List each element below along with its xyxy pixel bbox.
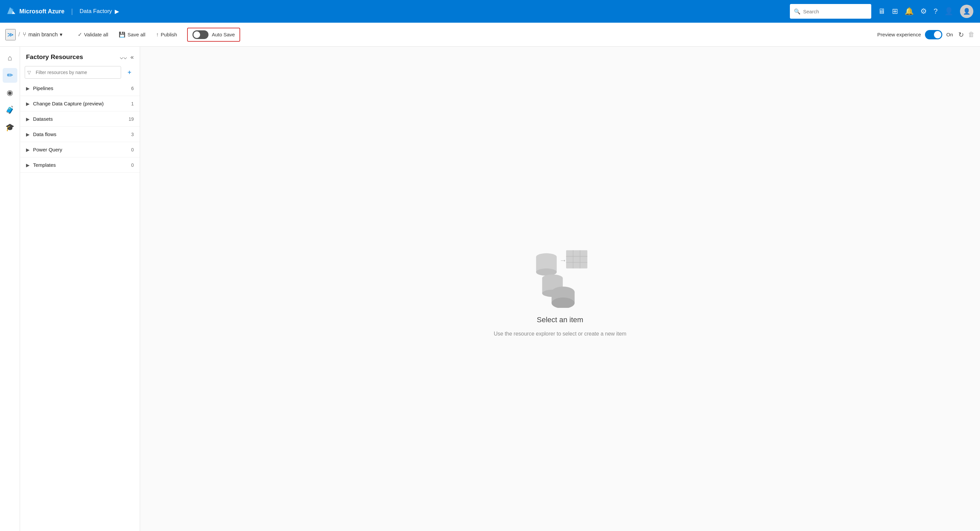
resource-item-left: ▶ Templates (26, 162, 56, 168)
autosave-toggle[interactable] (192, 30, 208, 39)
validate-all-button[interactable]: ✓ Validate all (73, 29, 113, 40)
resource-count: 6 (131, 86, 134, 91)
main-content: → (140, 47, 980, 531)
resource-count: 0 (131, 147, 134, 153)
list-item[interactable]: ▶ Templates 0 (20, 157, 140, 173)
preview-on-label: On (946, 32, 953, 37)
chevron-right-icon: ▶ (26, 101, 30, 107)
brand-secondary: Data Factory ▶ (80, 8, 119, 15)
resources-panel: Factory Resources ⌵⌵ « ▽ + ▶ Pipelines 6 (20, 47, 140, 531)
resource-name: Data flows (33, 131, 56, 137)
empty-state: → (494, 241, 627, 337)
list-item[interactable]: ▶ Power Query 0 (20, 142, 140, 157)
learn-icon: 🎓 (5, 123, 14, 132)
validate-all-label: Validate all (84, 32, 108, 37)
home-icon: ⌂ (8, 54, 12, 62)
brand-logo: Microsoft Azure (7, 7, 64, 16)
resource-name: Datasets (33, 116, 53, 122)
publish-icon: ↑ (156, 32, 159, 38)
filter-input[interactable] (25, 66, 121, 79)
brand-primary-text: Microsoft Azure (19, 8, 64, 15)
autosave-slider (192, 30, 208, 39)
data-illustration-svg: → (520, 241, 600, 308)
resource-count: 1 (131, 101, 134, 107)
resource-item-left: ▶ Pipelines (26, 85, 53, 91)
resource-item-left: ▶ Datasets (26, 116, 53, 122)
resource-count: 19 (129, 116, 134, 122)
resource-item-left: ▶ Change Data Capture (preview) (26, 101, 104, 107)
resource-list: ▶ Pipelines 6 ▶ Change Data Capture (pre… (20, 81, 140, 531)
svg-rect-6 (566, 250, 587, 269)
list-item[interactable]: ▶ Data flows 3 (20, 127, 140, 142)
chevron-right-icon: ▶ (26, 116, 30, 122)
list-item[interactable]: ▶ Change Data Capture (preview) 1 (20, 96, 140, 111)
manage-icon: 🧳 (5, 106, 14, 114)
resources-header-icons: ⌵⌵ « (120, 53, 134, 61)
empty-state-illustration: → (520, 241, 600, 309)
search-icon: 🔍 (794, 8, 800, 15)
brand-separator: | (71, 8, 73, 15)
branch-chevron-icon: ▾ (60, 31, 62, 38)
resource-name: Power Query (33, 147, 62, 153)
resource-item-left: ▶ Power Query (26, 147, 62, 153)
preview-toggle[interactable] (925, 30, 942, 39)
list-item[interactable]: ▶ Datasets 19 (20, 111, 140, 127)
azure-logo-icon (7, 7, 16, 16)
collapse-nav-button[interactable]: ≫ (5, 29, 16, 40)
sidebar-item-home[interactable]: ⌂ (3, 51, 18, 65)
resource-item-left: ▶ Data flows (26, 131, 56, 137)
preview-experience: Preview experience On ↻ 🗑 (877, 30, 975, 39)
empty-state-title: Select an item (537, 316, 583, 324)
filter-row: ▽ + (20, 64, 140, 81)
sidebar-item-manage[interactable]: 🧳 (3, 103, 18, 118)
help-icon[interactable]: ? (934, 7, 938, 16)
search-box: 🔍 (790, 4, 871, 19)
sidebar-item-learn[interactable]: 🎓 (3, 120, 18, 135)
resources-header: Factory Resources ⌵⌵ « (20, 47, 140, 64)
resource-name: Change Data Capture (preview) (33, 101, 104, 107)
person-icon[interactable]: 👤 (944, 7, 953, 16)
branch-selector[interactable]: ⑂ main branch ▾ (23, 31, 62, 38)
publish-button[interactable]: ↑ Publish (151, 30, 182, 40)
brand-arrow-icon: ▶ (115, 8, 119, 15)
publish-label: Publish (161, 32, 177, 37)
collapse-all-icon[interactable]: ⌵⌵ (120, 53, 127, 61)
top-nav: Microsoft Azure | Data Factory ▶ 🔍 🖥 ⊞ 🔔… (0, 0, 980, 23)
resources-title: Factory Resources (26, 53, 83, 61)
delete-icon[interactable]: 🗑 (968, 31, 975, 38)
bell-icon[interactable]: 🔔 (905, 7, 914, 16)
filter-icon: ▽ (27, 70, 31, 75)
top-nav-right: 🔍 🖥 ⊞ 🔔 ⚙ ? 👤 👤 (790, 4, 973, 19)
monitor-icon: ◉ (7, 88, 13, 97)
branch-name: main branch (29, 32, 58, 38)
list-item[interactable]: ▶ Pipelines 6 (20, 81, 140, 96)
svg-text:→: → (559, 256, 567, 264)
resource-name: Templates (33, 162, 56, 168)
save-all-label: Save all (127, 32, 145, 37)
brand-secondary-text: Data Factory (80, 8, 112, 15)
autosave-label: Auto Save (212, 32, 235, 37)
breadcrumb-slash: / (18, 31, 20, 38)
chevron-right-icon: ▶ (26, 147, 30, 153)
add-resource-button[interactable]: + (124, 67, 135, 78)
pencil-icon: ✏ (7, 71, 13, 80)
search-input[interactable] (790, 4, 871, 19)
avatar-icon: 👤 (963, 8, 970, 15)
apps-icon[interactable]: ⊞ (892, 7, 898, 16)
save-icon: 💾 (119, 31, 126, 38)
preview-experience-label: Preview experience (877, 32, 921, 37)
collapse-panel-icon[interactable]: « (130, 54, 134, 61)
resource-count: 3 (131, 132, 134, 137)
sidebar-item-monitor[interactable]: ◉ (3, 85, 18, 100)
avatar[interactable]: 👤 (960, 5, 973, 18)
filter-input-wrapper: ▽ (25, 66, 121, 79)
preview-toggle-slider (925, 30, 942, 39)
screen-icon[interactable]: 🖥 (878, 7, 885, 16)
resource-count: 0 (131, 162, 134, 168)
settings-icon[interactable]: ⚙ (920, 7, 927, 16)
sidebar-item-author[interactable]: ✏ (3, 68, 18, 83)
save-all-button[interactable]: 💾 Save all (114, 29, 150, 40)
refresh-icon[interactable]: ↻ (958, 31, 964, 39)
resource-name: Pipelines (33, 85, 53, 91)
chevron-right-icon: ▶ (26, 132, 30, 137)
